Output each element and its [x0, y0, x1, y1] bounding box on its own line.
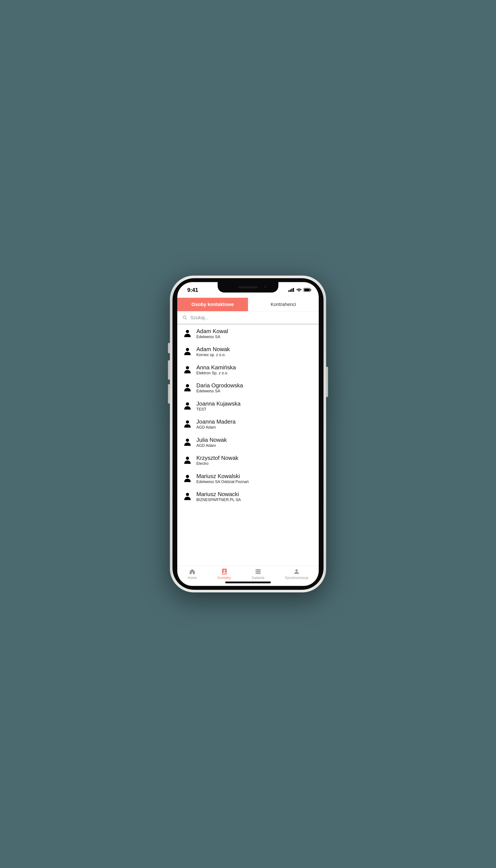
svg-point-15 — [186, 420, 189, 423]
contact-company: Edelweiss SA Oddział Poznań — [196, 480, 313, 484]
svg-point-18 — [186, 475, 189, 478]
person-icon — [183, 474, 192, 484]
status-time: 9:41 — [187, 286, 198, 293]
nav-sync-label: Synchronizacja — [285, 576, 309, 580]
contact-name: Joanna Madera — [196, 419, 313, 425]
phone-mockup: 9:41 — [170, 276, 326, 592]
contact-info: Joanna MaderaAGD Adam — [196, 419, 313, 430]
contact-info: Julia NowakAGD Adam — [196, 437, 313, 448]
contact-company: BIZNESPARTNER.PL SA — [196, 498, 313, 502]
contact-row[interactable]: Mariusz NowackiBIZNESPARTNER.PL SA — [177, 487, 319, 505]
nav-sync[interactable]: Synchronizacja — [285, 568, 309, 580]
contact-company: Electro — [196, 461, 313, 466]
contact-name: Krzysztof Nowak — [196, 455, 313, 461]
svg-rect-6 — [304, 289, 310, 291]
svg-point-8 — [183, 316, 186, 319]
contact-info: Daria OgrodowskaEdelweiss SA — [196, 382, 313, 393]
contacts-icon — [221, 568, 228, 575]
side-button — [326, 367, 328, 397]
contact-info: Adam KowalEdelweiss SA — [196, 328, 313, 339]
svg-point-19 — [186, 493, 189, 496]
contact-name: Mariusz Kowalski — [196, 473, 313, 480]
person-icon — [183, 347, 192, 357]
contact-row[interactable]: Joanna KujawskaTEST — [177, 397, 319, 415]
home-icon — [189, 568, 196, 575]
svg-rect-2 — [291, 289, 293, 292]
tab-contractors-label: Kontrahenci — [270, 301, 296, 307]
svg-point-10 — [186, 330, 189, 333]
contact-company: AGD Adam — [196, 425, 313, 430]
contact-row[interactable]: Joanna MaderaAGD Adam — [177, 415, 319, 433]
nav-home[interactable]: Home — [188, 568, 197, 580]
wifi-icon — [296, 288, 302, 292]
tab-contacts-label: Osoby kontaktowe — [191, 301, 234, 307]
svg-point-21 — [223, 570, 225, 572]
nav-contacts-label: Kontakty — [217, 576, 231, 580]
contact-row[interactable]: Julia NowakAGD Adam — [177, 433, 319, 451]
svg-point-28 — [295, 569, 298, 572]
svg-rect-1 — [290, 290, 291, 292]
person-icon — [183, 329, 192, 339]
contact-company: Elektron Sp. z o.o. — [196, 371, 313, 376]
contact-info: Krzysztof NowakElectro — [196, 455, 313, 466]
home-indicator — [225, 582, 271, 583]
contact-row[interactable]: Adam NowakKornex sp. z o.o. — [177, 342, 319, 360]
contact-info: Adam NowakKornex sp. z o.o. — [196, 346, 313, 357]
svg-rect-7 — [310, 289, 311, 291]
person-icon — [183, 365, 192, 375]
person-icon — [183, 492, 192, 502]
contact-row[interactable]: Krzysztof NowakElectro — [177, 451, 319, 469]
svg-rect-0 — [288, 290, 290, 292]
contact-row[interactable]: Adam KowalEdelweiss SA — [177, 324, 319, 342]
cellular-icon — [288, 288, 294, 292]
svg-point-12 — [186, 366, 189, 369]
svg-point-16 — [186, 438, 189, 442]
contact-name: Anna Kamińska — [196, 365, 313, 371]
contact-company: Edelweiss SA — [196, 335, 313, 339]
svg-rect-25 — [255, 570, 256, 570]
nav-contacts[interactable]: Kontakty — [217, 568, 231, 580]
contact-name: Adam Nowak — [196, 346, 313, 353]
nav-tasks-label: Zadania — [252, 576, 264, 580]
sync-icon — [293, 568, 300, 575]
contact-list: Adam KowalEdelweiss SAAdam NowakKornex s… — [177, 324, 319, 566]
contact-info: Mariusz NowackiBIZNESPARTNER.PL SA — [196, 491, 313, 502]
contact-row[interactable]: Daria OgrodowskaEdelweiss SA — [177, 378, 319, 397]
svg-point-11 — [186, 348, 189, 351]
svg-point-17 — [186, 456, 189, 460]
tab-contractors[interactable]: Kontrahenci — [248, 298, 319, 311]
notch — [218, 282, 278, 293]
status-icons — [288, 288, 311, 292]
svg-point-4 — [298, 291, 299, 292]
contact-name: Daria Ogrodowska — [196, 382, 313, 389]
top-tabs: Osoby kontaktowe Kontrahenci — [177, 298, 319, 311]
contact-name: Joanna Kujawska — [196, 401, 313, 407]
nav-tasks[interactable]: Zadania — [252, 568, 264, 580]
search-input[interactable] — [190, 315, 313, 321]
search-icon — [183, 315, 187, 320]
svg-point-14 — [186, 402, 189, 406]
nav-home-label: Home — [188, 576, 197, 580]
contact-name: Julia Nowak — [196, 437, 313, 443]
person-icon — [183, 437, 192, 447]
svg-point-13 — [186, 384, 189, 387]
battery-icon — [304, 288, 311, 292]
contact-row[interactable]: Anna KamińskaElektron Sp. z o.o. — [177, 360, 319, 378]
svg-rect-26 — [255, 571, 256, 572]
svg-line-9 — [186, 318, 187, 320]
person-icon — [183, 383, 192, 393]
contact-company: Kornex sp. z o.o. — [196, 353, 313, 357]
tasks-icon — [254, 568, 261, 575]
contact-company: TEST — [196, 407, 313, 412]
contact-name: Adam Kowal — [196, 328, 313, 335]
search-row — [177, 311, 319, 324]
person-icon — [183, 401, 192, 411]
contact-info: Joanna KujawskaTEST — [196, 401, 313, 412]
contact-row[interactable]: Mariusz KowalskiEdelweiss SA Oddział Poz… — [177, 469, 319, 487]
contact-company: AGD Adam — [196, 443, 313, 448]
person-icon — [183, 419, 192, 429]
svg-rect-27 — [255, 573, 256, 574]
tab-contacts[interactable]: Osoby kontaktowe — [177, 298, 248, 311]
contact-name: Mariusz Nowacki — [196, 491, 313, 498]
person-icon — [183, 455, 192, 465]
